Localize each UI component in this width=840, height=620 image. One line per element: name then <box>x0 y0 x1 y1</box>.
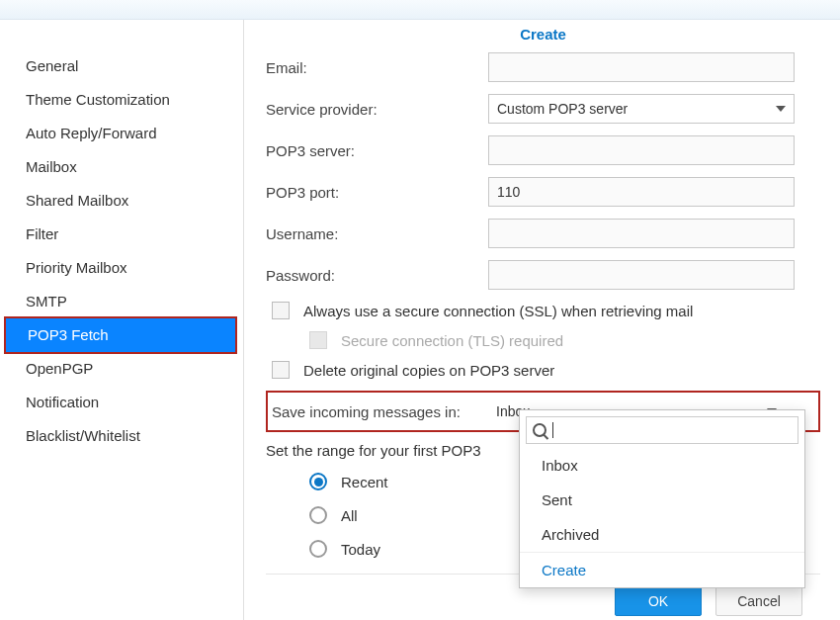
sidebar-item-filter[interactable]: Filter <box>0 218 243 251</box>
tls-checkbox <box>309 331 327 349</box>
sidebar-item-openpgp[interactable]: OpenPGP <box>0 352 243 386</box>
ok-button[interactable]: OK <box>615 586 702 616</box>
settings-sidebar: General Theme Customization Auto Reply/F… <box>0 20 244 620</box>
delete-original-checkbox[interactable] <box>272 361 290 379</box>
provider-select[interactable]: Custom POP3 server <box>488 94 795 124</box>
pop3-server-label: POP3 server: <box>266 142 488 159</box>
ssl-checkbox[interactable] <box>272 302 290 319</box>
provider-label: Service provider: <box>266 101 488 118</box>
username-input[interactable] <box>488 219 795 248</box>
sidebar-item-blacklist-whitelist[interactable]: Blacklist/Whitelist <box>0 419 243 453</box>
radio-all-label: All <box>341 507 358 524</box>
radio-all[interactable] <box>309 506 327 524</box>
provider-value: Custom POP3 server <box>497 101 628 117</box>
create-header-link[interactable]: Create <box>266 20 820 52</box>
radio-today[interactable] <box>309 540 327 558</box>
pop3-port-input[interactable] <box>488 177 795 207</box>
password-label: Password: <box>266 267 488 284</box>
username-label: Username: <box>266 225 488 242</box>
radio-today-label: Today <box>341 541 380 558</box>
sidebar-item-autoreply[interactable]: Auto Reply/Forward <box>0 117 243 150</box>
dropdown-item-sent[interactable]: Sent <box>520 483 804 517</box>
sidebar-item-general[interactable]: General <box>0 49 243 83</box>
email-label: Email: <box>266 59 488 76</box>
pop3-server-input[interactable] <box>488 135 795 165</box>
dropdown-item-archived[interactable]: Archived <box>520 517 804 552</box>
search-icon <box>533 423 546 437</box>
radio-recent-label: Recent <box>341 474 388 490</box>
sidebar-item-shared-mailbox[interactable]: Shared Mailbox <box>0 184 243 218</box>
sidebar-item-priority-mailbox[interactable]: Priority Mailbox <box>0 251 243 285</box>
sidebar-item-mailbox[interactable]: Mailbox <box>0 150 243 184</box>
dropdown-search-input[interactable] <box>553 421 792 439</box>
password-input[interactable] <box>488 260 795 290</box>
delete-original-label: Delete original copies on POP3 server <box>303 362 554 379</box>
sidebar-item-theme[interactable]: Theme Customization <box>0 83 243 117</box>
chevron-down-icon <box>776 106 786 112</box>
sidebar-item-pop3-fetch[interactable]: POP3 Fetch <box>4 316 237 354</box>
email-input[interactable] <box>488 52 795 82</box>
save-in-label: Save incoming messages in: <box>272 403 488 420</box>
mailbox-dropdown-panel: Inbox Sent Archived Create <box>519 409 805 588</box>
dropdown-item-inbox[interactable]: Inbox <box>520 448 804 483</box>
tls-label: Secure connection (TLS) required <box>341 332 563 349</box>
dialog-footer: OK Cancel <box>615 586 802 616</box>
cancel-button[interactable]: Cancel <box>715 586 802 616</box>
radio-recent[interactable] <box>309 473 327 490</box>
dropdown-create-link[interactable]: Create <box>520 552 804 587</box>
ssl-label: Always use a secure connection (SSL) whe… <box>303 303 693 319</box>
dropdown-search-box[interactable] <box>526 416 798 444</box>
sidebar-item-smtp[interactable]: SMTP <box>0 285 243 318</box>
pop3-port-label: POP3 port: <box>266 184 488 201</box>
sidebar-item-notification[interactable]: Notification <box>0 386 243 419</box>
window-topbar <box>0 0 840 20</box>
